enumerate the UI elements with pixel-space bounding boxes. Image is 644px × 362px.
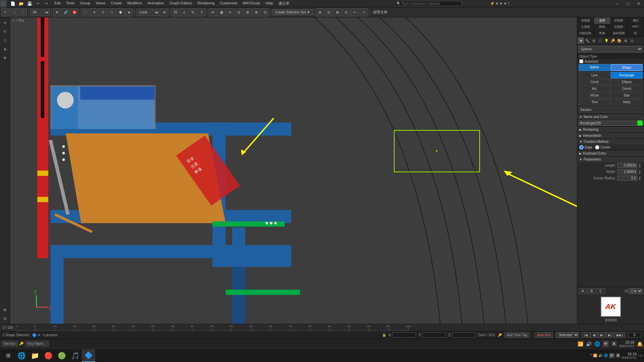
color-picker-btn[interactable] <box>637 120 643 126</box>
tab-mrs[interactable]: MRS <box>627 24 644 30</box>
quick-access-new[interactable]: 📄 <box>9 0 17 8</box>
spline-btn[interactable]: Spline <box>579 64 610 71</box>
taskbar-app4[interactable]: 🟢 <box>55 349 68 362</box>
filter-btn[interactable]: ▼ <box>53 8 61 16</box>
corner-radius-input[interactable] <box>617 176 637 181</box>
creation-method-header[interactable]: ▼ Creation Method <box>577 138 644 144</box>
named-sel5[interactable]: ⊢ <box>351 8 359 16</box>
menu-tools[interactable]: Tools <box>63 0 77 7</box>
tab-rotate[interactable]: 旋转视图 <box>611 30 628 37</box>
quick-access-redo[interactable]: ↪ <box>42 0 50 8</box>
rp-utility-icon[interactable]: 🔑 <box>610 38 616 44</box>
snap-toggle[interactable]: 25 <box>171 8 179 16</box>
tab-func-switch[interactable]: 功能切换 <box>577 30 594 37</box>
length-down-icon[interactable]: ▼ <box>639 166 643 168</box>
menu-views[interactable]: Views <box>93 0 108 7</box>
corner-down-icon[interactable]: ▼ <box>639 178 643 181</box>
menu-animation[interactable]: Animation <box>145 0 167 7</box>
y-input[interactable] <box>422 333 446 338</box>
tab-select[interactable]: 选择 <box>594 17 611 24</box>
length-up-icon[interactable]: ▲ <box>639 163 643 166</box>
ls-bottom2[interactable]: ⊟ <box>1 314 9 322</box>
select-tool[interactable]: ↖ <box>1 8 9 16</box>
btn-c[interactable]: C <box>596 288 605 294</box>
tab-maintenance[interactable]: 维修 <box>594 30 611 37</box>
width-down-icon[interactable]: ▼ <box>639 172 643 174</box>
go-start-btn[interactable]: |◀ <box>582 332 590 338</box>
ot-arc[interactable]: Arc <box>579 85 610 92</box>
corner-up-icon[interactable]: ▲ <box>639 176 643 178</box>
shape-btn[interactable]: Shape <box>610 64 643 71</box>
next-frame-btn[interactable]: ▶| <box>606 332 614 338</box>
menu-create[interactable]: Create <box>108 0 124 7</box>
named-sel6[interactable]: ⊣ <box>360 8 368 16</box>
menu-customize[interactable]: Customize <box>217 0 240 7</box>
auto-key-btn[interactable]: Auto Key <box>535 332 553 338</box>
align4-btn[interactable]: ⊠ <box>252 8 260 16</box>
ot-line[interactable]: Line <box>579 72 610 78</box>
ot-text[interactable]: Text <box>579 99 610 105</box>
unlink-btn[interactable]: ⛔ <box>70 8 78 16</box>
named-sel1[interactable]: ⊞ <box>316 8 324 16</box>
edge-radio[interactable] <box>579 145 584 149</box>
spinner-snap[interactable]: # <box>198 8 206 16</box>
show-desktop-btn[interactable]: ▭ <box>638 354 643 357</box>
selected-dropdown[interactable]: Selected <box>556 332 579 338</box>
ot-star[interactable]: Star <box>611 92 643 99</box>
rotate-btn[interactable]: ↻ <box>99 8 107 16</box>
taskbar-explorer[interactable]: 📁 <box>28 349 42 362</box>
scale-btn[interactable]: ⬡ <box>108 8 116 16</box>
rendering-header[interactable]: ▶ Rendering <box>577 126 644 132</box>
ot-donut[interactable]: Donut <box>611 85 643 92</box>
x-input[interactable] <box>392 333 416 338</box>
create-selection-button[interactable]: Create Selection Set ▼ <box>272 9 313 15</box>
scale2-btn[interactable]: ⬢ <box>116 8 124 16</box>
keyboard-entry-header[interactable]: ▶ Keyboard Entry <box>577 150 644 156</box>
angle-snap[interactable]: ∠ <box>180 8 188 16</box>
tab-top[interactable]: 顶视图 <box>577 17 594 24</box>
quick-access-save[interactable]: 💾 <box>25 0 34 8</box>
ls-move[interactable]: ✛ <box>1 19 9 27</box>
taskbar-app5[interactable]: 🎵 <box>68 349 82 362</box>
taskbar-app3[interactable]: 🔴 <box>42 349 55 362</box>
align-btn[interactable]: ⊫ <box>226 8 234 16</box>
select-mode-dropdown[interactable]: All <box>30 9 50 16</box>
rp-motion-icon[interactable]: ⬡ <box>597 38 603 44</box>
rp-extra2-icon[interactable]: ⊡ <box>629 38 635 44</box>
z-input[interactable] <box>452 333 476 338</box>
add-time-tag-btn[interactable]: Add Time Tag <box>504 332 530 338</box>
align2-btn[interactable]: ⊟ <box>235 8 243 16</box>
ot-section[interactable]: Section <box>579 107 643 113</box>
align5-btn[interactable]: ⊡ <box>261 8 269 16</box>
ot-helix[interactable]: Helix <box>611 99 643 105</box>
ot-ellipse[interactable]: Ellipse <box>611 79 643 85</box>
coord-system-dropdown[interactable]: Local <box>136 9 160 16</box>
tab-group[interactable]: 组 <box>627 30 644 37</box>
key-filters-btn[interactable]: Key Filters... <box>25 341 49 347</box>
name-input[interactable] <box>579 121 637 126</box>
menu-edit[interactable]: Edit <box>52 0 63 7</box>
tab-front[interactable]: 前视图 <box>611 17 628 24</box>
width-input[interactable] <box>617 169 637 174</box>
ls-rotate[interactable]: ↻ <box>1 27 9 36</box>
tab-back[interactable]: 后视图 <box>611 24 628 30</box>
go-end-btn[interactable]: ▶▶| <box>614 332 625 338</box>
tab-grid[interactable]: 网格 <box>594 24 611 30</box>
frame-input[interactable] <box>628 333 641 338</box>
taskbar-3dsmax[interactable]: 🔷 <box>82 349 95 362</box>
interpolation-header[interactable]: ▶ Interpolation <box>577 132 644 138</box>
named-sel2[interactable]: ⊟ <box>325 8 333 16</box>
rp-extra1-icon[interactable]: ⊠ <box>623 38 629 44</box>
length-input[interactable] <box>617 163 637 168</box>
center-radio-label[interactable]: Center <box>595 145 610 149</box>
width-spinner[interactable]: ▲ ▼ <box>639 170 643 174</box>
taskbar-browser[interactable]: 🌐 <box>15 349 28 362</box>
select-region[interactable]: ⬚ <box>10 8 18 16</box>
notification-icon[interactable]: 🔔 <box>637 341 643 347</box>
array-btn[interactable]: ▦ <box>217 8 225 16</box>
align3-btn[interactable]: ⊞ <box>244 8 252 16</box>
menu-chinese[interactable]: 潘云率 <box>276 0 292 7</box>
minimize-button[interactable]: ─ <box>612 0 623 7</box>
autogrid-checkbox[interactable] <box>579 59 583 63</box>
start-button[interactable]: ⊞ <box>1 349 15 362</box>
